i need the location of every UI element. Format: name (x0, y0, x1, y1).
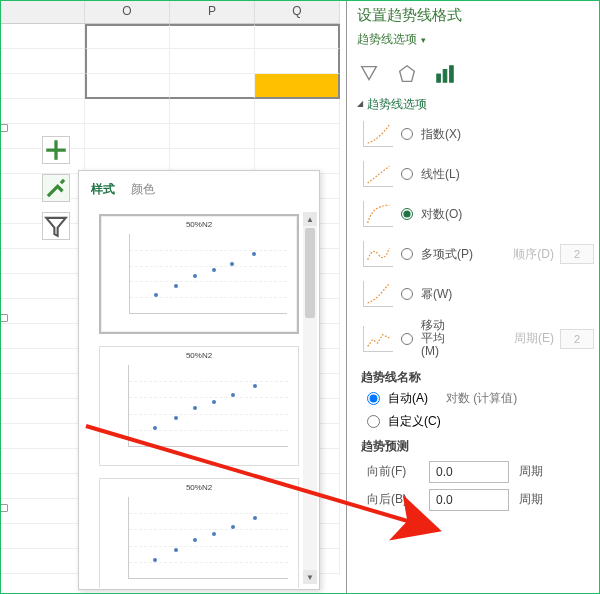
style-thumbnail-1[interactable]: 50%N2 (99, 214, 299, 334)
period-label: 周期(E) (514, 330, 554, 347)
effects-icon[interactable] (395, 62, 419, 86)
gallery-tab-style[interactable]: 样式 (91, 181, 115, 198)
radio-moving-average[interactable] (401, 333, 413, 345)
format-trendline-pane: 设置趋势线格式 趋势线选项 趋势线选项 指数(X) 线性(L) 对数(O) (346, 0, 600, 594)
scroll-up-icon[interactable]: ▲ (303, 212, 317, 226)
radio-polynomial[interactable] (401, 248, 413, 260)
fill-and-line-icon[interactable] (357, 62, 381, 86)
chart-style-gallery: 样式 颜色 50%N2 50%N2 (78, 170, 320, 590)
power-curve-icon (363, 281, 393, 307)
opt-label: 多项式(P) (421, 246, 473, 263)
option-polynomial[interactable]: 多项式(P) 顺序(D) 2 (363, 239, 600, 269)
forecast-forward-label: 向前(F) (367, 463, 419, 480)
period-spinner[interactable]: 2 (560, 329, 594, 349)
opt-label: 指数(X) (421, 126, 461, 143)
subheading-forecast: 趋势预测 (361, 438, 600, 455)
svg-line-4 (368, 166, 390, 183)
opt-label: 移动 平均 (M) (421, 319, 445, 359)
radio-name-auto[interactable] (367, 392, 380, 405)
option-power[interactable]: 幂(W) (363, 279, 600, 309)
forecast-backward-unit: 周期 (519, 491, 543, 508)
order-spinner[interactable]: 2 (560, 244, 594, 264)
opt-label: 幂(W) (421, 286, 452, 303)
section-header-trendline-options[interactable]: 趋势线选项 (357, 96, 600, 113)
col-header-o[interactable]: O (85, 0, 170, 24)
thumb-title: 50%N2 (100, 351, 298, 360)
forecast-backward-input[interactable] (429, 489, 509, 511)
forecast-backward-label: 向后(B) (367, 491, 419, 508)
pane-title: 设置趋势线格式 (357, 6, 600, 31)
logarithmic-curve-icon (363, 201, 393, 227)
radio-logarithmic[interactable] (401, 208, 413, 220)
forecast-forward-unit: 周期 (519, 463, 543, 480)
svg-rect-3 (450, 66, 454, 83)
trendline-options-icon[interactable] (433, 62, 457, 86)
name-custom-label: 自定义(C) (388, 413, 441, 430)
pane-subtitle-dropdown[interactable]: 趋势线选项 (357, 31, 426, 48)
col-header-q[interactable]: Q (255, 0, 340, 24)
style-thumbnail-2[interactable]: 50%N2 (99, 346, 299, 466)
option-logarithmic[interactable]: 对数(O) (363, 199, 600, 229)
thumb-title: 50%N2 (100, 483, 298, 492)
forecast-forward-input[interactable] (429, 461, 509, 483)
radio-name-custom[interactable] (367, 415, 380, 428)
radio-linear[interactable] (401, 168, 413, 180)
option-linear[interactable]: 线性(L) (363, 159, 600, 189)
thumb-title: 50%N2 (101, 220, 297, 229)
chart-elements-button[interactable] (42, 136, 70, 164)
linear-curve-icon (363, 161, 393, 187)
radio-exponential[interactable] (401, 128, 413, 140)
column-headers: O P Q (0, 0, 340, 24)
svg-marker-0 (400, 66, 415, 82)
radio-power[interactable] (401, 288, 413, 300)
option-moving-average[interactable]: 移动 平均 (M) 周期(E) 2 (363, 319, 600, 359)
polynomial-curve-icon (363, 241, 393, 267)
moving-average-curve-icon (363, 326, 393, 352)
name-auto-note: 对数 (计算值) (446, 390, 517, 407)
scroll-down-icon[interactable]: ▼ (303, 570, 317, 584)
svg-rect-2 (443, 69, 447, 82)
svg-rect-1 (437, 74, 441, 82)
opt-label: 对数(O) (421, 206, 462, 223)
gallery-tab-color[interactable]: 颜色 (131, 181, 155, 198)
col-header-n-gap (0, 0, 85, 24)
col-header-p[interactable]: P (170, 0, 255, 24)
order-label: 顺序(D) (513, 246, 554, 263)
gallery-scrollbar[interactable]: ▲ ▼ (303, 212, 317, 584)
scroll-thumb[interactable] (305, 228, 315, 318)
name-auto-label: 自动(A) (388, 390, 428, 407)
chart-filters-button[interactable] (42, 212, 70, 240)
option-exponential[interactable]: 指数(X) (363, 119, 600, 149)
subheading-trendline-name: 趋势线名称 (361, 369, 600, 386)
style-thumbnail-3[interactable]: 50%N2 (99, 478, 299, 588)
opt-label: 线性(L) (421, 166, 460, 183)
exponential-curve-icon (363, 121, 393, 147)
chart-styles-button[interactable] (42, 174, 70, 202)
active-cell[interactable] (255, 74, 340, 99)
